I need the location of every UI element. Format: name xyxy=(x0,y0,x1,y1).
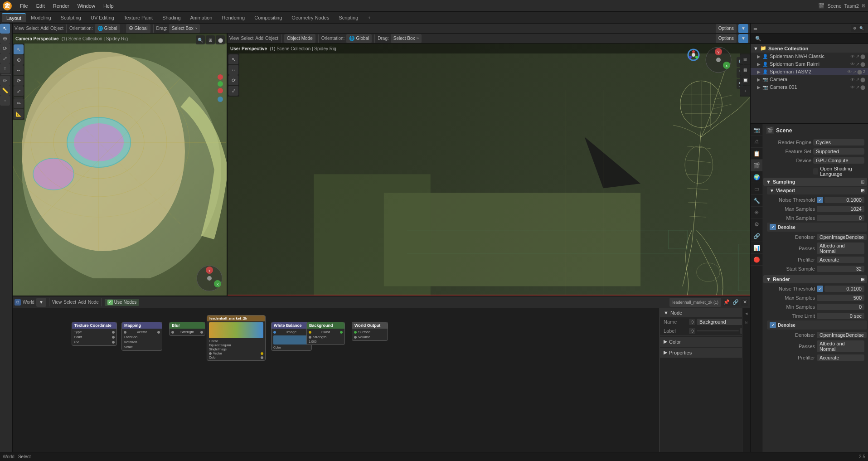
pivot-btn[interactable]: ⦿ Global xyxy=(126,24,150,33)
viewport-header[interactable]: ▼ Viewport ⊞ xyxy=(767,187,867,194)
vp-scale-btn[interactable]: ⤢ xyxy=(14,86,24,96)
node-pin-btn[interactable]: 📌 xyxy=(723,299,730,306)
node-editor-type-icon[interactable]: ⊡ xyxy=(15,299,21,306)
tool-select[interactable]: ↖ xyxy=(0,24,10,34)
menu-help[interactable]: Help xyxy=(100,2,117,10)
vp-cursor-btn[interactable]: ⊕ xyxy=(14,55,24,65)
outliner-item-1[interactable]: ▶ 👤 Spiderman Sam Raimi 👁 ↗ ⬤ xyxy=(751,60,868,68)
menu-file[interactable]: File xyxy=(16,2,32,10)
passes-value[interactable]: Albedo and Normal xyxy=(817,243,864,254)
node-texture-coord[interactable]: Texture Coordinate Type Point xyxy=(72,322,117,346)
render-engine-value[interactable]: Cycles xyxy=(813,139,864,146)
node-label-value[interactable] xyxy=(697,330,739,331)
start-sample-value[interactable]: 32 xyxy=(817,266,864,272)
prop-constraints-icon[interactable]: 🔗 xyxy=(751,230,762,242)
vp-measure-btn[interactable]: 📐 xyxy=(14,109,24,119)
view-label[interactable]: View xyxy=(15,26,24,31)
tool-transform[interactable]: T xyxy=(0,63,10,73)
camera-vp-grid[interactable]: ⊞ xyxy=(206,35,215,44)
tool-measure[interactable]: 📏 xyxy=(0,86,10,96)
vp-rt-btn3[interactable]: 🔲 xyxy=(740,75,750,85)
vp-select-btn[interactable]: ↖ xyxy=(14,44,24,54)
vp-sub-extra[interactable]: ⊞ xyxy=(861,188,864,193)
sampling-header[interactable]: ▼ Sampling ⊞ xyxy=(763,178,867,186)
uvp-move-btn[interactable]: ↔ xyxy=(228,65,238,75)
node-world-output[interactable]: World Output Surface Volume xyxy=(352,322,388,341)
r-view[interactable]: View xyxy=(229,36,239,41)
tab-scripting[interactable]: Scripting xyxy=(334,14,363,22)
tab-layout[interactable]: Layout xyxy=(2,13,26,22)
item4-rend[interactable]: ⬤ xyxy=(860,85,865,90)
tab-uv[interactable]: UV Editing xyxy=(86,14,119,22)
node-close-btn[interactable]: ✕ xyxy=(741,299,748,306)
node-background[interactable]: Background Color Strength xyxy=(306,322,345,345)
item3-vis[interactable]: 👁 xyxy=(850,77,855,82)
outliner-item-2[interactable]: ▶ 👤 Spiderman TASM2 👁 ↗ ⬤ 2 xyxy=(751,68,868,76)
item3-sel[interactable]: ↗ xyxy=(856,77,859,82)
object-label[interactable]: Object xyxy=(50,26,63,31)
prop-object-icon[interactable]: ▭ xyxy=(751,183,762,195)
prop-particles-icon[interactable]: ✳ xyxy=(751,207,762,218)
node-label-icon[interactable]: ⬡ xyxy=(689,328,695,334)
vp-move-btn[interactable]: ↔ xyxy=(14,65,24,75)
render-header[interactable]: ▼ Render ⊞ xyxy=(763,275,867,283)
color-wheel-icon[interactable] xyxy=(687,48,700,63)
item2-rend[interactable]: ⬤ xyxy=(857,69,862,74)
options-toggle[interactable]: ▼ xyxy=(738,24,748,33)
tc-out-uv[interactable] xyxy=(112,341,115,344)
tab-modeling[interactable]: Modeling xyxy=(26,14,56,22)
prop-material-icon[interactable]: 🔴 xyxy=(751,254,762,266)
node-panel-icon-1[interactable]: ◀ xyxy=(742,309,751,318)
r-passes-value[interactable]: Albedo and Normal xyxy=(817,340,864,352)
user-viewport[interactable]: User Perspective (1) Scene Collection | … xyxy=(228,44,750,296)
item2-vis[interactable]: 👁 xyxy=(847,69,852,74)
node-editor-content[interactable]: Texture Coordinate Type Point xyxy=(13,308,750,452)
blur-in[interactable] xyxy=(171,331,174,334)
tab-add[interactable]: + xyxy=(363,14,375,22)
tab-geometry-nodes[interactable]: Geometry Nodes xyxy=(287,14,334,22)
map-out-vec[interactable] xyxy=(157,331,160,334)
node-world-label[interactable]: World xyxy=(23,300,34,305)
tab-compositing[interactable]: Compositing xyxy=(250,14,286,22)
item0-rend[interactable]: ⬤ xyxy=(860,54,865,59)
node-name-icon[interactable]: ⬡ xyxy=(689,319,695,325)
prop-world-icon[interactable]: 🌍 xyxy=(751,171,762,183)
vp-rotate-btn[interactable]: ⟳ xyxy=(14,76,24,86)
camera-viewport[interactable]: Camera Perspective (1) Scene Collection … xyxy=(13,34,228,296)
denoiser-value[interactable]: OpenImageDenoise xyxy=(817,234,867,240)
blur-out[interactable] xyxy=(200,331,203,334)
outliner-filter-btn[interactable]: ⚙ xyxy=(851,25,858,32)
noise-threshold-value[interactable]: 0.1000 xyxy=(824,197,864,203)
r-add[interactable]: Add xyxy=(255,36,263,41)
env-out-alpha[interactable] xyxy=(261,356,263,359)
min-samples-value[interactable]: 0 xyxy=(817,215,864,221)
r-drag-btn[interactable]: Select Box ~ xyxy=(391,34,422,43)
r-denoiser-value[interactable]: OpenImageDenoise xyxy=(817,332,867,338)
outliner-item-0[interactable]: ▶ 👤 Spiderman NWH Classic 👁 ↗ ⬤ xyxy=(751,53,868,60)
wo-in-surface[interactable] xyxy=(354,331,357,334)
tab-texture-paint[interactable]: Texture Paint xyxy=(119,14,157,22)
prop-modifier-icon[interactable]: 🔧 xyxy=(751,195,762,207)
tab-animation[interactable]: Animation xyxy=(186,14,217,22)
menu-render[interactable]: Render xyxy=(49,2,73,10)
render-extra[interactable]: ⊞ xyxy=(861,277,864,282)
r-noise-value[interactable]: 0.0100 xyxy=(824,286,864,292)
map-in-vec[interactable] xyxy=(124,331,126,334)
bg-out[interactable] xyxy=(340,331,343,334)
feature-set-value[interactable]: Supported xyxy=(813,148,864,155)
node-mapping[interactable]: Mapping Vector Location xyxy=(121,322,162,351)
tab-rendering[interactable]: Rendering xyxy=(217,14,249,22)
uvp-select-btn[interactable]: ↖ xyxy=(228,54,238,64)
vp-annotate-btn[interactable]: ✏ xyxy=(14,98,24,108)
tool-scale[interactable]: ⤢ xyxy=(0,53,10,63)
prop-scene-icon[interactable]: 🎬 xyxy=(751,160,762,171)
orientation-global-btn[interactable]: 🌐 Global xyxy=(95,24,120,33)
node-link-btn[interactable]: 🔗 xyxy=(732,299,739,306)
node-canvas[interactable]: Texture Coordinate Type Point xyxy=(13,308,659,452)
add-label[interactable]: Add xyxy=(40,26,48,31)
camera-nav-gizmo[interactable]: Y X xyxy=(196,265,223,292)
r-options-btn[interactable]: Options xyxy=(716,34,737,43)
r-max-value[interactable]: 500 xyxy=(817,295,864,301)
node-add-label[interactable]: Add xyxy=(78,300,86,305)
max-samples-value[interactable]: 1024 xyxy=(817,206,864,212)
